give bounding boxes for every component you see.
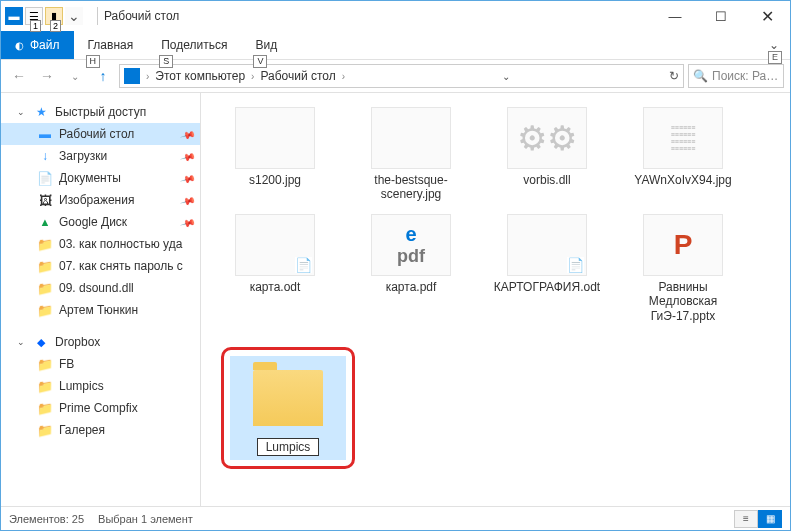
sidebar-item-label: Lumpics [59, 379, 104, 393]
back-button[interactable]: ← [7, 64, 31, 88]
file-label: the-bestsque-scenery.jpg [357, 173, 465, 202]
ico-gdrive [37, 214, 53, 230]
sidebar-item-label: Google Диск [59, 215, 127, 229]
ico-folder [37, 258, 53, 274]
sidebar-group-label: Dropbox [55, 335, 100, 349]
file-label: карта.pdf [386, 280, 437, 294]
folder-icon [37, 356, 53, 372]
sidebar-item-label: Галерея [59, 423, 105, 437]
forward-button[interactable]: → [35, 64, 59, 88]
breadcrumb[interactable]: Этот компьютер [155, 69, 245, 83]
close-button[interactable]: ✕ [744, 1, 790, 31]
sidebar-item[interactable]: Lumpics [1, 375, 200, 397]
sidebar-item[interactable]: 07. как снять пароль с [1, 255, 200, 277]
history-dropdown-button[interactable]: ⌄ [63, 64, 87, 88]
window-title: Рабочий стол [104, 9, 179, 23]
pin-icon: 📌 [180, 192, 196, 208]
folder-icon [248, 362, 328, 434]
folder-icon [37, 422, 53, 438]
sidebar-item[interactable]: FB [1, 353, 200, 375]
file-item[interactable]: ≡≡≡≡≡≡≡≡≡≡≡≡≡≡≡≡≡≡≡≡≡≡≡≡YAWnXoIvX94.jpg [629, 107, 737, 202]
hotkey-badge: E [768, 51, 782, 64]
status-selection: Выбран 1 элемент [98, 513, 193, 525]
edge-icon: e [405, 223, 416, 246]
sidebar-item[interactable]: Документы 📌 [1, 167, 200, 189]
refresh-icon[interactable]: ↻ [669, 69, 679, 83]
status-bar: Элементов: 25 Выбран 1 элемент ≡ ▦ [1, 506, 790, 530]
file-item-selected[interactable]: Lumpics [230, 356, 346, 460]
sidebar-item-label: 03. как полностью уда [59, 237, 182, 251]
file-label: YAWnXoIvX94.jpg [634, 173, 731, 187]
address-bar[interactable]: › Этот компьютер › Рабочий стол › ⌄ ↻ [119, 64, 684, 88]
ribbon-expand-button[interactable]: ⌄ E [762, 33, 786, 57]
sidebar-item[interactable]: Галерея [1, 419, 200, 441]
pin-icon: 📌 [180, 126, 196, 142]
qat-newfolder-icon[interactable]: ▮ [45, 7, 63, 25]
file-item[interactable]: s1200.jpg [221, 107, 329, 202]
search-input[interactable]: 🔍 Поиск: Ра… [688, 64, 784, 88]
maximize-button[interactable]: ☐ [698, 1, 744, 31]
chevron-right-icon[interactable]: › [251, 71, 254, 82]
tab-label: Главная [88, 38, 134, 52]
location-icon [124, 68, 140, 84]
folder-icon [37, 400, 53, 416]
tab-home[interactable]: Главная H [74, 33, 148, 57]
sidebar-item[interactable]: Prime Compfix [1, 397, 200, 419]
minimize-button[interactable]: — [652, 1, 698, 31]
collapse-icon[interactable]: ⌄ [17, 337, 27, 347]
explorer-window: ▬ ☰ ▮ ⌄ Рабочий стол — ☐ ✕ ◐ Файл Главна… [0, 0, 791, 531]
file-pane[interactable]: s1200.jpgthe-bestsque-scenery.jpg⚙⚙vorbi… [201, 93, 790, 506]
file-item[interactable]: PРавнины Медловская ГиЭ-17.pptx [629, 214, 737, 323]
view-details-button[interactable]: ≡ [734, 510, 758, 528]
breadcrumb[interactable]: Рабочий стол [260, 69, 335, 83]
file-tab[interactable]: ◐ Файл [1, 31, 74, 59]
sidebar-dropbox[interactable]: ⌄ Dropbox [1, 331, 200, 353]
tab-share[interactable]: Поделиться S [147, 33, 241, 57]
file-label: vorbis.dll [523, 173, 570, 187]
tab-view[interactable]: Вид V [241, 33, 291, 57]
file-label: КАРТОГРАФИЯ.odt [494, 280, 600, 294]
file-label-editing[interactable]: Lumpics [257, 438, 320, 456]
sidebar-item[interactable]: Google Диск 📌 [1, 211, 200, 233]
sidebar-item[interactable]: Артем Тюнкин [1, 299, 200, 321]
file-item[interactable]: the-bestsque-scenery.jpg [357, 107, 465, 202]
search-icon: 🔍 [693, 69, 708, 83]
sidebar-item[interactable]: Загрузки 📌 [1, 145, 200, 167]
sidebar-item-label: Изображения [59, 193, 134, 207]
ico-doc [37, 170, 53, 186]
sidebar-item[interactable]: 09. dsound.dll [1, 277, 200, 299]
view-icons-button[interactable]: ▦ [758, 510, 782, 528]
ribbon: ◐ Файл Главная H Поделиться S Вид V ⌄ E [1, 31, 790, 59]
address-row: ← → ⌄ ↑ › Этот компьютер › Рабочий стол … [1, 59, 790, 93]
chevron-right-icon[interactable]: › [342, 71, 345, 82]
hotkey-badge: S [159, 55, 173, 68]
sidebar-item-label: Рабочий стол [59, 127, 134, 141]
qat-properties-icon[interactable]: ☰ [25, 7, 43, 25]
file-item[interactable]: карта.odt [221, 214, 329, 323]
sidebar-quick-access[interactable]: ⌄ Быстрый доступ [1, 101, 200, 123]
sidebar-item[interactable]: Изображения 📌 [1, 189, 200, 211]
tab-label: Поделиться [161, 38, 227, 52]
search-placeholder: Поиск: Ра… [712, 69, 778, 83]
addr-dropdown-icon[interactable]: ⌄ [502, 71, 510, 82]
file-label: Равнины Медловская ГиЭ-17.pptx [629, 280, 737, 323]
ico-folder [37, 236, 53, 252]
tab-label: Вид [255, 38, 277, 52]
hotkey-badge: H [86, 55, 101, 68]
file-item[interactable]: epdfкарта.pdf [357, 214, 465, 323]
chevron-right-icon[interactable]: › [146, 71, 149, 82]
file-item[interactable]: КАРТОГРАФИЯ.odt [493, 214, 601, 323]
folder-icon [37, 378, 53, 394]
app-icon[interactable]: ▬ [5, 7, 23, 25]
titlebar: ▬ ☰ ▮ ⌄ Рабочий стол — ☐ ✕ [1, 1, 790, 31]
file-tab-label: Файл [30, 38, 60, 52]
sidebar-item[interactable]: Рабочий стол 📌 [1, 123, 200, 145]
powerpoint-icon: P [674, 229, 693, 261]
qat-dropdown-icon[interactable]: ⌄ [65, 7, 83, 25]
highlight-annotation: Lumpics [221, 347, 355, 469]
collapse-icon[interactable]: ⌄ [17, 107, 27, 117]
sidebar-item[interactable]: 03. как полностью уда [1, 233, 200, 255]
pin-icon: 📌 [180, 170, 196, 186]
dropbox-icon [33, 334, 49, 350]
file-item[interactable]: ⚙⚙vorbis.dll [493, 107, 601, 202]
